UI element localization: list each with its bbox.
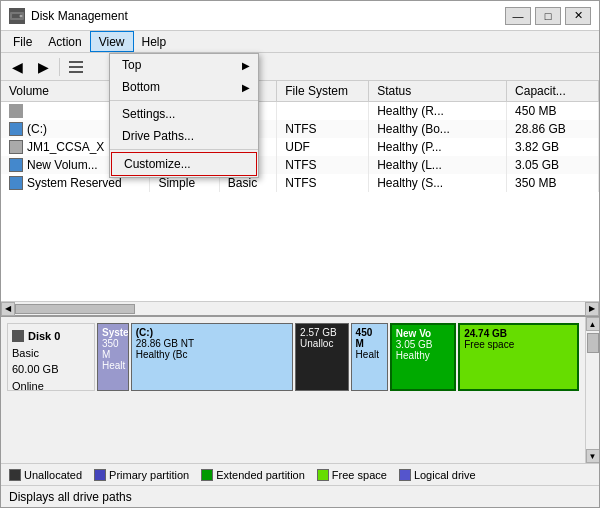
list-button[interactable] [64,56,88,78]
cell-fs: UDF [277,138,369,156]
menu-view-customize[interactable]: Customize... [111,152,257,176]
minimize-button[interactable]: — [505,7,531,25]
cell-fs: NTFS [277,174,369,192]
cell-cap: 28.86 GB [507,120,599,138]
disk-row-0: Disk 0 Basic 60.00 GB Online Syste 350 M… [7,323,579,391]
menu-view-top[interactable]: Top ▶ [110,54,258,76]
menu-help[interactable]: Help [134,31,175,52]
part-status: Healt [356,349,379,360]
disk-status: Online [12,378,90,395]
col-status: Status [369,81,507,102]
legend-label-free: Free space [332,469,387,481]
part-label: Syste [102,327,129,338]
cell-fs [277,102,369,121]
part-label: 450 M [356,327,383,349]
legend: Unallocated Primary partition Extended p… [1,463,599,485]
disk-info-0: Disk 0 Basic 60.00 GB Online [7,323,95,391]
cell-fs: NTFS [277,156,369,174]
disk-view-area: Disk 0 Basic 60.00 GB Online Syste 350 M… [1,317,599,485]
menu-bar: File Action View Help Top ▶ Bottom ▶ Set… [1,31,599,53]
menu-view[interactable]: View [90,31,134,52]
menu-view-bottom[interactable]: Bottom ▶ [110,76,258,98]
disk-management-window: Disk Management — □ ✕ File Action View H… [0,0,600,508]
cell-cap: 450 MB [507,102,599,121]
partition-new-volume[interactable]: New Vo 3.05 GB Healthy [390,323,456,391]
legend-box-unallocated [9,469,21,481]
menu-action[interactable]: Action [40,31,89,52]
cell-status: Healthy (Bo... [369,120,507,138]
legend-label-unallocated: Unallocated [24,469,82,481]
part-label: (C:) [136,327,153,338]
menu-view-drive-paths[interactable]: Drive Paths... [110,125,258,147]
legend-primary: Primary partition [94,469,189,481]
partition-unallocated[interactable]: 2.57 GB Unalloc [295,323,349,391]
scroll-thumb[interactable] [15,304,135,314]
app-icon [9,8,25,24]
svg-rect-5 [69,71,83,73]
close-button[interactable]: ✕ [565,7,591,25]
back-button[interactable]: ◀ [5,56,29,78]
scroll-down-btn[interactable]: ▼ [586,449,600,463]
part-size: 350 M [102,338,124,360]
title-bar-left: Disk Management [9,8,128,24]
vert-scrollbar[interactable]: ▲ ▼ [585,317,599,463]
cell-status: Healthy (L... [369,156,507,174]
disk-scroll-container: Disk 0 Basic 60.00 GB Online Syste 350 M… [1,317,599,463]
scroll-up-btn[interactable]: ▲ [586,317,600,331]
col-filesystem: File System [277,81,369,102]
table-row[interactable]: Healthy (R... 450 MB [1,102,599,121]
part-size: 28.86 GB NT [136,338,194,349]
table-row[interactable]: System Reserved Simple Basic NTFS Health… [1,174,599,192]
cell-cap: 3.82 GB [507,138,599,156]
part-label: Unalloc [300,338,333,349]
menu-view-settings[interactable]: Settings... [110,103,258,125]
part-status: Healt [102,360,125,371]
part-label: New Vo [396,328,431,339]
menu-file[interactable]: File [5,31,40,52]
disk-scroll-inner[interactable]: Disk 0 Basic 60.00 GB Online Syste 350 M… [1,317,585,463]
legend-free: Free space [317,469,387,481]
disk-type: Basic [12,345,90,362]
legend-box-primary [94,469,106,481]
svg-rect-3 [69,61,83,63]
partition-system-reserved[interactable]: Syste 350 M Healt [97,323,129,391]
table-row[interactable]: JM1_CCSA_X UDF Healthy (P... 3.82 GB [1,138,599,156]
col-capacity: Capacit... [507,81,599,102]
partition-free-space[interactable]: 24.74 GB Free space [458,323,579,391]
part-status: Healthy (Bc [136,349,188,360]
volume-table: Volume Layout Type File System Status Ca… [1,81,599,192]
partition-small[interactable]: 450 M Healt [351,323,388,391]
horiz-scrollbar[interactable]: ◀ ▶ [1,301,599,315]
cell-cap: 350 MB [507,174,599,192]
cell-status: Healthy (P... [369,138,507,156]
table-row[interactable]: (C:) NTFS Healthy (Bo... 28.86 GB [1,120,599,138]
legend-extended: Extended partition [201,469,305,481]
title-bar: Disk Management — □ ✕ [1,1,599,31]
cell-cap: 3.05 GB [507,156,599,174]
legend-label-logical: Logical drive [414,469,476,481]
cell-status: Healthy (R... [369,102,507,121]
legend-unallocated: Unallocated [9,469,82,481]
main-content: Volume Layout Type File System Status Ca… [1,81,599,507]
legend-logical: Logical drive [399,469,476,481]
table-scroll[interactable]: Volume Layout Type File System Status Ca… [1,81,599,301]
part-label: Free space [464,339,514,350]
toolbar: ◀ ▶ [1,53,599,81]
forward-button[interactable]: ▶ [31,56,55,78]
table-row[interactable]: New Volum... NTFS Healthy (L... 3.05 GB [1,156,599,174]
part-size: 24.74 GB [464,328,507,339]
scroll-right-btn[interactable]: ▶ [585,302,599,316]
disk-size: 60.00 GB [12,361,90,378]
scroll-left-btn[interactable]: ◀ [1,302,15,316]
part-size: 2.57 GB [300,327,337,338]
restore-button[interactable]: □ [535,7,561,25]
scroll-track [15,304,585,314]
legend-box-free [317,469,329,481]
svg-rect-4 [69,66,83,68]
table-area: Volume Layout Type File System Status Ca… [1,81,599,317]
legend-box-extended [201,469,213,481]
part-status: Healthy [396,350,430,361]
cell-status: Healthy (S... [369,174,507,192]
scroll-thumb-v[interactable] [587,333,599,353]
partition-c[interactable]: (C:) 28.86 GB NT Healthy (Bc [131,323,293,391]
